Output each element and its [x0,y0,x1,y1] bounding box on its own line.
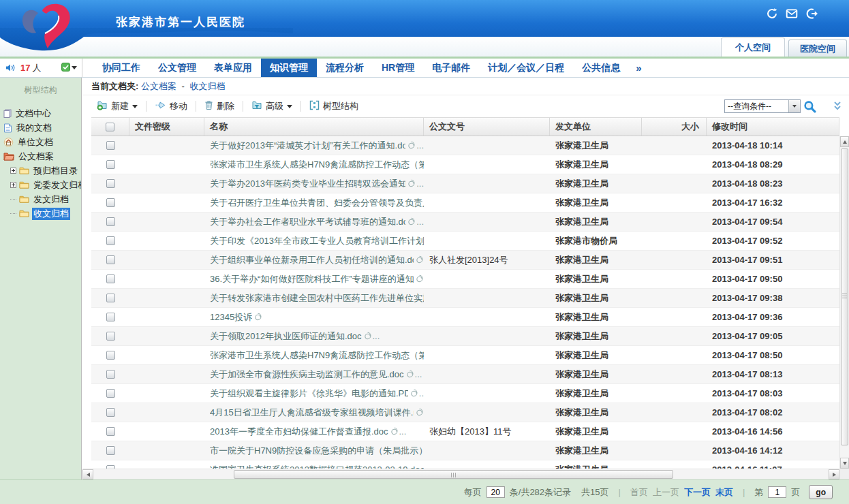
row-checkbox[interactable] [106,408,115,417]
status-dropdown[interactable] [61,63,77,74]
document-link[interactable]: 市一院关于H7N9防控设备应急采购的申请（朱局批示）.P [210,445,424,457]
scroll-right-button[interactable] [829,469,839,479]
row-checkbox[interactable] [106,294,115,302]
document-link[interactable]: 关于组织事业单位新录用工作人员初任培训的通知.doc [210,254,414,266]
message-icon[interactable] [786,7,798,20]
tree-item[interactable]: 单位文档 [0,135,81,149]
nav-item[interactable]: 电子邮件 [423,59,479,77]
toolbar-button[interactable]: 树型结构 [303,98,365,114]
table-row: 36.关于举办“如何做好医院科技工作”专题讲座的通知.doc张家港卫生局2013… [91,270,839,289]
row-checkbox[interactable] [106,198,115,207]
scroll-up-button[interactable] [840,136,849,147]
row-checkbox[interactable] [106,274,115,283]
expand-toggle[interactable] [10,182,19,188]
tree-item[interactable]: 党委发文归档 [0,178,81,192]
breadcrumb-folder-link[interactable]: 公文档案 [141,81,176,91]
tree-item[interactable]: 发文归档 [0,192,81,206]
row-checkbox[interactable] [106,427,115,436]
toolbar-button[interactable]: 新建 [91,98,144,114]
expand-toggle[interactable] [10,168,19,174]
toolbar-button[interactable]: 高级 [245,98,298,114]
document-link[interactable]: 关于举办社会工作者职业水平考试辅导班的通知.doc [210,216,405,228]
cell-name: 关于组织事业单位新录用工作人员初任培训的通知.doc [204,251,424,269]
search-icon[interactable] [803,100,816,113]
row-checkbox[interactable] [106,236,115,245]
cell-name: 12345投诉 [204,308,424,326]
select-all-checkbox[interactable] [106,123,114,131]
tree-item[interactable]: 公文档案 [0,149,81,163]
query-condition-select[interactable]: --查询条件-- [724,99,801,113]
go-button[interactable]: go [809,485,833,499]
chevron-down-icon [287,105,292,108]
expand-panel-icon[interactable] [831,101,844,112]
document-link[interactable]: 36.关于举办“如何做好医院科技工作”专题讲座的通知.doc [210,273,414,285]
scroll-left-button[interactable] [82,469,93,479]
toolbar-button[interactable]: 删除 [198,98,241,114]
document-link[interactable]: 12345投诉 [210,311,252,324]
tree-item[interactable]: 我的文档 [0,121,81,135]
toolbar-button[interactable]: 移动 [149,98,194,114]
cell-secret-level [129,403,204,422]
nav-item[interactable]: 公共信息 [573,59,629,77]
nav-item[interactable]: 知识管理 [261,59,317,77]
prev-page-link[interactable]: 上一页 [653,486,679,499]
row-checkbox[interactable] [106,160,115,169]
row-checkbox[interactable] [106,332,115,341]
nav-item[interactable]: 流程分析 [317,59,373,77]
tree-item[interactable]: 文档中心 [0,106,81,121]
horizontal-scrollbar[interactable] [82,469,839,479]
workspace-tab[interactable]: 医院空间 [788,40,847,57]
document-link[interactable]: 关于领取2012年执业医师证的通知.doc [210,330,362,343]
document-link[interactable]: 关于转发张家港市创建全国农村中医药工作先进单位实施方 [210,292,424,304]
row-checkbox[interactable] [106,217,115,226]
ellipsis: ... [416,217,424,227]
row-checkbox[interactable] [106,446,115,455]
vertical-scrollbar[interactable] [839,136,849,469]
next-page-link[interactable]: 下一页 [684,486,711,499]
row-checkbox[interactable] [106,370,115,379]
row-checkbox[interactable] [106,141,115,150]
document-link[interactable]: 4月15日省卫生厅人禽流感省级专家组视频培训课件.rar [210,407,414,419]
document-link[interactable]: 张家港市卫生系统人感染H7N9禽流感防控工作动态（第9 [210,349,424,362]
workspace-tab[interactable]: 个人空间 [721,37,785,57]
document-link[interactable]: 2013年一季度全市妇幼保健工作督查通报.doc [210,426,388,438]
nav-item[interactable]: 表单应用 [205,59,261,77]
triangle-up-icon [843,140,847,144]
per-page-input[interactable] [487,486,505,498]
document-link[interactable]: 关于组织观看主旋律影片《徐兆华》电影的通知.PDF [210,388,408,400]
records-label: 条/共282条记录 [510,486,571,499]
nav-item[interactable]: 公文管理 [149,59,205,77]
row-checkbox[interactable] [106,389,115,398]
select-dropdown-button[interactable] [788,100,800,112]
logout-icon[interactable] [805,7,818,20]
breadcrumb-subfolder-link[interactable]: 收文归档 [190,81,226,91]
row-checkbox[interactable] [106,179,115,188]
document-link[interactable]: 关于加强全市食源性疾病主动监测工作的意见.doc [210,368,404,381]
horizontal-scrollbar-thumb[interactable] [234,470,673,479]
nav-item[interactable]: 计划／会议／日程 [479,59,573,77]
nav-item[interactable]: 协同工作 [93,59,149,77]
row-checkbox[interactable] [106,313,115,321]
vertical-scrollbar-thumb[interactable] [841,148,848,445]
plus-icon [10,168,16,174]
scroll-down-button[interactable] [840,458,849,469]
page-number-input[interactable] [768,486,786,498]
row-checkbox[interactable] [106,351,115,360]
last-page-link[interactable]: 末页 [715,486,733,499]
cell-modified-time: 2013-04-18 08:29 [707,155,839,174]
document-link[interactable]: 关于印发《2013年全市政工专业人员教育培训工作计划》的 [210,235,424,247]
document-link[interactable]: 关于召开医疗卫生单位共青团、妇委会分管领导及负责人会 [210,197,424,209]
nav-item[interactable]: HR管理 [373,59,423,77]
cell-modified-time: 2013-04-17 09:52 [707,232,839,250]
row-checkbox[interactable] [106,255,115,264]
document-link[interactable]: 张家港市卫生系统人感染H7N9禽流感防控工作动态（第1 [210,159,424,171]
document-link[interactable]: 关于举办2013年医药类专业毕业生招聘双选会通知 [210,178,405,190]
nav-more-button[interactable]: » [629,62,648,74]
refresh-icon[interactable] [766,7,778,20]
document-link[interactable]: 准国家卫生直报系统2013数据接口规范2013-03-19.doc [210,464,424,469]
document-link[interactable]: 关于做好2013年“港城英才计划”有关工作的通知.doc [210,140,405,152]
tree-item[interactable]: 收文归档 [0,206,81,221]
page-suffix-label: 页 [791,486,800,499]
tree-item[interactable]: 预归档目录 [0,163,81,178]
first-page-link[interactable]: 首页 [630,486,648,499]
